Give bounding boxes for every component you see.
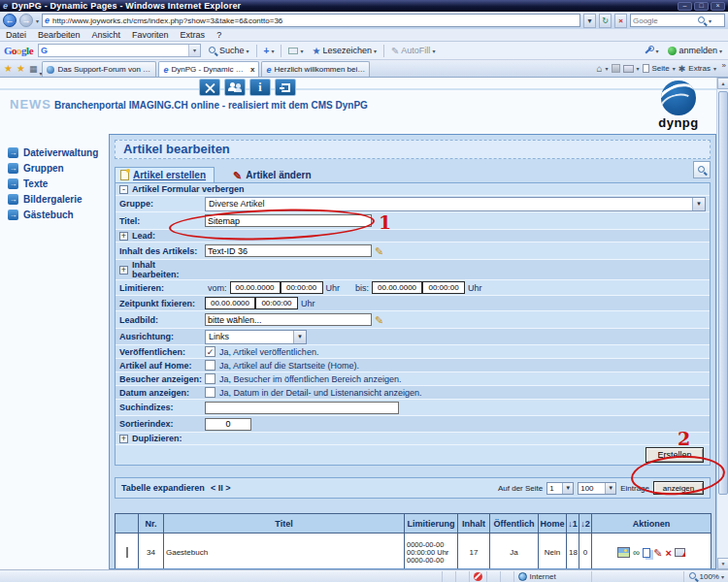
count-select[interactable]: 100 ▼ <box>578 482 616 495</box>
scroll-up-icon[interactable]: ▲ <box>717 78 728 89</box>
sidebar-item-dateiverwaltung[interactable]: → Dateiverwaltung <box>0 146 109 161</box>
google-settings-button[interactable]: ▾ <box>642 45 660 56</box>
table-controls: Tabelle expandieren < II > Auf der Seite… <box>115 477 711 499</box>
expand-icon[interactable]: + <box>119 232 128 241</box>
tab-artikel-erstellen[interactable]: Artikel erstellen <box>115 167 215 182</box>
erstellen-button[interactable]: Erstellen <box>645 447 704 463</box>
menu-extras[interactable]: Extras <box>181 30 206 40</box>
menu-favoriten[interactable]: Favoriten <box>132 30 169 40</box>
leadbild-input[interactable] <box>205 313 372 326</box>
close-button[interactable]: × <box>711 2 725 11</box>
sidebar-item-gaestebuch[interactable]: → Gästebuch <box>0 208 109 223</box>
besucher-checkbox[interactable] <box>205 373 215 384</box>
menu-ansicht[interactable]: Ansicht <box>92 30 121 40</box>
search-dropdown-icon[interactable]: ▾ <box>709 17 711 24</box>
link-action-icon[interactable]: ∞ <box>633 547 640 558</box>
nav-history-dropdown-icon[interactable]: ▾ <box>36 17 39 24</box>
inhalt-row: Inhalt des Artikels: ✎ <box>116 242 710 260</box>
users-button[interactable] <box>224 79 246 96</box>
print-dropdown-icon[interactable]: ▾ <box>637 65 640 72</box>
maximize-button[interactable]: □ <box>694 2 709 11</box>
home-icon[interactable]: ⌂ <box>596 63 602 74</box>
google-search-combo[interactable]: G ▾ <box>38 44 201 57</box>
zoom-dropdown-icon[interactable]: ▾ <box>721 573 724 580</box>
zoom-control[interactable]: 100% ▾ <box>684 571 728 582</box>
collapse-icon[interactable]: - <box>119 185 128 194</box>
row-checkbox[interactable] <box>126 547 128 558</box>
ausrichtung-select[interactable]: Links ▼ <box>205 330 307 344</box>
home-checkbox[interactable] <box>205 360 215 371</box>
google-plus-button[interactable]: + ▾ <box>262 45 277 57</box>
search-icon[interactable] <box>697 16 707 26</box>
veroeffentlichen-checkbox[interactable]: ✓ <box>205 346 215 357</box>
extras-menu-button[interactable]: Extras <box>688 64 711 73</box>
expand-icon[interactable]: + <box>119 435 128 443</box>
google-send-button[interactable]: ▾ <box>286 47 305 55</box>
vertical-scrollbar[interactable]: ▲ ▼ <box>716 78 728 569</box>
limit-von-datum-input[interactable] <box>230 281 281 294</box>
limit-bis-zeit-input[interactable] <box>422 281 465 294</box>
stop-button[interactable]: × <box>614 14 627 28</box>
minimize-button[interactable]: – <box>678 2 692 11</box>
google-bookmarks-button[interactable]: ★ Lesezeichen ▾ <box>310 45 379 57</box>
expand-icon[interactable]: + <box>119 266 128 275</box>
browser-tab-joyworks[interactable]: e Herzlich willkommen bei Joyw... <box>261 61 370 77</box>
sidebar-item-bildergalerie[interactable]: → Bildergalerie <box>0 192 109 208</box>
cell-inhalt: 17 <box>458 534 490 570</box>
page-menu-button[interactable]: Seite <box>652 64 670 73</box>
sortierindex-input[interactable] <box>205 418 251 431</box>
scroll-down-icon[interactable]: ▼ <box>717 558 728 569</box>
google-search-dropdown-icon[interactable]: ▾ <box>188 45 200 56</box>
suchindizes-input[interactable] <box>205 402 399 414</box>
search-articles-button[interactable] <box>693 161 711 178</box>
back-button[interactable]: ← <box>3 14 17 27</box>
delete-action-icon[interactable]: × <box>665 548 671 558</box>
titel-input[interactable] <box>205 214 372 227</box>
tab-close-icon[interactable]: x <box>250 65 254 74</box>
scrollbar-thumb[interactable] <box>718 91 728 495</box>
toolbar-overflow-icon[interactable]: » <box>722 61 726 70</box>
google-search-button[interactable]: Suche ▾ <box>206 45 251 57</box>
menu-hilfe[interactable]: ? <box>216 30 221 40</box>
zeitpunkt-zeit-input[interactable] <box>255 297 298 309</box>
menu-bearbeiten[interactable]: Bearbeiten <box>38 30 81 40</box>
quick-tabs-icon[interactable]: ▦ <box>29 64 38 74</box>
tools-button[interactable] <box>199 79 220 96</box>
browser-tab-support-forum[interactable]: Das Support-Forum von DynPG <box>42 61 156 77</box>
gruppe-select[interactable]: Diverse Artikel ▼ <box>205 197 706 211</box>
page-select[interactable]: 1 ▼ <box>546 482 574 495</box>
home-dropdown-icon[interactable]: ▾ <box>605 65 608 72</box>
copy-action-icon[interactable] <box>643 548 650 558</box>
tab-artikel-aendern[interactable]: ✎ Artikel ändern <box>228 168 318 182</box>
info-button[interactable]: i <box>249 79 271 96</box>
edit-picker-icon[interactable]: ✎ <box>375 246 383 256</box>
edit-action-icon[interactable]: ✎ <box>653 548 662 558</box>
print-icon[interactable] <box>623 65 634 73</box>
refresh-button[interactable]: ↻ <box>599 14 612 28</box>
forward-button[interactable]: → <box>19 14 33 27</box>
url-input[interactable] <box>52 16 578 25</box>
browser-tab-dynpg-active[interactable]: e DynPG - Dynamic Pages x <box>158 61 259 77</box>
limit-bis-datum-input[interactable] <box>372 281 422 294</box>
anzeigen-button[interactable]: anzeigen <box>653 481 704 495</box>
datum-checkbox[interactable] <box>205 387 215 398</box>
zeitpunkt-datum-input[interactable] <box>205 297 255 309</box>
url-dropdown-button[interactable]: ▾ <box>583 14 596 28</box>
inhalt-input[interactable] <box>205 244 372 257</box>
add-favorite-icon[interactable]: ★ <box>17 63 25 74</box>
sidebar-item-gruppen[interactable]: → Gruppen <box>0 161 109 177</box>
image-action-icon[interactable] <box>617 547 630 558</box>
google-signin-button[interactable]: anmelden ▾ <box>666 45 724 56</box>
browser-search-input[interactable] <box>633 16 695 25</box>
menu-datei[interactable]: Datei <box>6 30 26 40</box>
sidebar-item-texte[interactable]: → Texte <box>0 177 109 192</box>
zoom-icon <box>688 571 698 582</box>
export-action-icon[interactable] <box>675 548 685 557</box>
rss-feed-icon[interactable] <box>612 64 620 73</box>
logout-button[interactable] <box>275 79 296 96</box>
limit-von-zeit-input[interactable] <box>281 281 323 294</box>
google-autofill-button[interactable]: ✎ AutoFill ▾ <box>389 45 437 57</box>
edit-picker-icon[interactable]: ✎ <box>375 315 383 325</box>
table-expand-pager[interactable]: < II > <box>211 483 231 493</box>
favorites-center-icon[interactable]: ★ <box>4 63 13 74</box>
